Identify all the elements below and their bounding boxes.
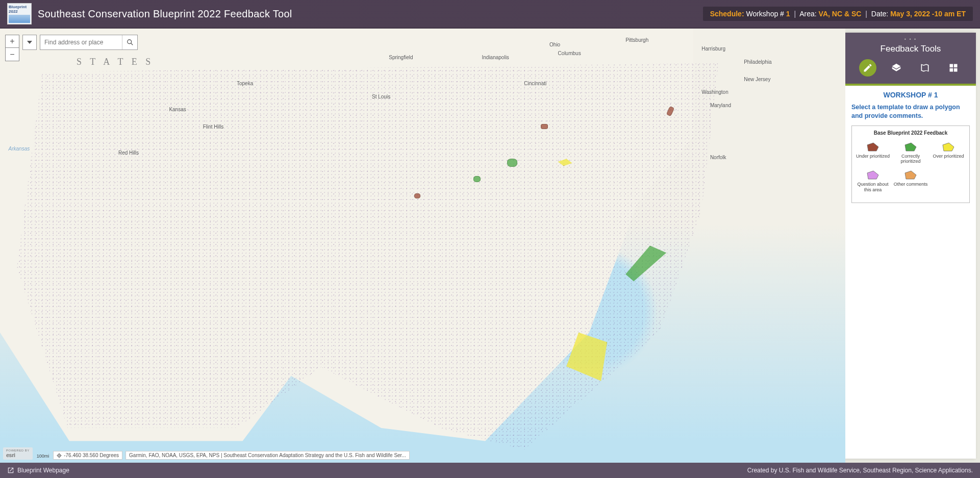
layers-icon bbox=[891, 63, 901, 73]
svg-marker-12 bbox=[943, 143, 954, 151]
footer-link-label: Blueprint Webpage bbox=[17, 467, 69, 474]
map[interactable]: S T A T E S Springfield Indianapolis Ohi… bbox=[0, 29, 845, 463]
svg-marker-13 bbox=[867, 171, 878, 179]
feedback-polygon-under-prioritized[interactable] bbox=[414, 193, 420, 198]
panel-instruction: Select a template to draw a polygon and … bbox=[851, 103, 970, 120]
template-item[interactable]: Under prioritized bbox=[854, 140, 892, 168]
city-label: Pittsburgh bbox=[625, 37, 648, 43]
schedule-label: Schedule: bbox=[710, 10, 744, 18]
polygon-icon bbox=[866, 170, 880, 180]
coordinate-text: -76.460 38.560 Degrees bbox=[64, 452, 119, 458]
layers-tool-button[interactable] bbox=[888, 59, 905, 77]
logo-text: Blueprint 2022 bbox=[9, 5, 30, 14]
city-label: Indianapolis bbox=[482, 55, 509, 60]
feedback-polygon-correctly-prioritized[interactable] bbox=[473, 176, 481, 182]
city-label: Ohio bbox=[549, 42, 560, 47]
workshop-label: Workshop # bbox=[746, 10, 784, 18]
separator: | bbox=[794, 10, 796, 18]
attribution-text: Garmin, FAO, NOAA, USGS, EPA, NPS | Sout… bbox=[125, 451, 410, 460]
svg-marker-10 bbox=[867, 143, 878, 151]
map-attribution-bar: POWERED BY esri 100mi -76.460 38.560 Deg… bbox=[3, 447, 410, 460]
svg-point-1 bbox=[127, 40, 131, 44]
city-label: Springfield bbox=[389, 55, 413, 60]
zoom-in-button[interactable]: + bbox=[5, 35, 19, 48]
search-box bbox=[40, 35, 138, 50]
template-item[interactable]: Other comments bbox=[892, 168, 929, 196]
grid-tool-button[interactable] bbox=[945, 59, 962, 77]
workshop-heading: WORKSHOP # 1 bbox=[851, 91, 970, 99]
city-label: Harrisburg bbox=[701, 46, 725, 52]
template-label: Over prioritized bbox=[933, 154, 964, 159]
polygon-icon bbox=[904, 170, 917, 180]
river-label: Arkansas bbox=[9, 146, 30, 152]
svg-rect-6 bbox=[950, 64, 953, 68]
map-icon bbox=[920, 63, 930, 73]
zoom-control: + − bbox=[5, 35, 19, 61]
feedback-polygon-correctly-prioritized[interactable] bbox=[507, 159, 517, 167]
pencil-icon bbox=[863, 63, 873, 73]
city-label: Red Hills bbox=[118, 150, 139, 156]
basemap-dropdown-button[interactable] bbox=[22, 35, 37, 50]
panel-body: WORKSHOP # 1 Select a template to draw a… bbox=[845, 86, 976, 459]
polygon-icon bbox=[942, 142, 955, 152]
city-label: Norfolk bbox=[710, 155, 726, 160]
coordinate-readout[interactable]: -76.460 38.560 Degrees bbox=[53, 451, 122, 460]
target-icon bbox=[57, 453, 62, 458]
template-label: Other comments bbox=[894, 182, 928, 187]
search-icon bbox=[127, 39, 134, 46]
city-label: Columbus bbox=[558, 51, 581, 56]
tool-row bbox=[848, 59, 973, 77]
city-label: Flint Hills bbox=[203, 124, 224, 130]
esri-logo: POWERED BY esri bbox=[3, 447, 33, 460]
polygon-icon bbox=[866, 142, 880, 152]
scale-bar: 100mi bbox=[36, 452, 51, 460]
template-item[interactable]: Question about this area bbox=[854, 168, 892, 196]
city-label: Maryland bbox=[710, 103, 731, 108]
city-label: St Louis bbox=[372, 94, 390, 99]
app-header: Blueprint 2022 Southeast Conservation Bl… bbox=[0, 0, 980, 29]
main-area: S T A T E S Springfield Indianapolis Ohi… bbox=[0, 29, 980, 463]
svg-marker-14 bbox=[905, 171, 916, 179]
feedback-polygon-under-prioritized[interactable] bbox=[541, 124, 548, 129]
app-logo: Blueprint 2022 bbox=[7, 3, 32, 24]
logo-graphic bbox=[9, 15, 30, 23]
panel-header: • • • Feedback Tools bbox=[845, 33, 976, 84]
search-button[interactable] bbox=[122, 35, 137, 49]
app-footer: Blueprint Webpage Created by U.S. Fish a… bbox=[0, 463, 980, 478]
template-group-title: Base Blueprint 2022 Feedback bbox=[854, 130, 967, 136]
polygon-icon bbox=[904, 142, 917, 152]
svg-rect-7 bbox=[954, 64, 958, 68]
app-title: Southeast Conservation Blueprint 2022 Fe… bbox=[38, 8, 292, 20]
template-item[interactable]: Correctly prioritized bbox=[892, 140, 929, 168]
search-input[interactable] bbox=[40, 35, 122, 49]
date-value: May 3, 2022 -10 am ET bbox=[890, 10, 966, 18]
schedule-bar: Schedule: Workshop # 1 | Area: VA, NC & … bbox=[703, 7, 973, 21]
city-label: Kansas bbox=[169, 107, 186, 112]
svg-marker-0 bbox=[27, 41, 32, 44]
city-label: New Jersey bbox=[744, 77, 770, 82]
esri-text: esri bbox=[6, 452, 15, 458]
blueprint-webpage-link[interactable]: Blueprint Webpage bbox=[7, 467, 69, 474]
map-controls: + − bbox=[5, 35, 138, 61]
footer-credit: Created by U.S. Fish and Wildlife Servic… bbox=[747, 467, 973, 474]
city-label: Cincinnati bbox=[524, 81, 546, 86]
separator: | bbox=[865, 10, 867, 18]
date-label: Date: bbox=[871, 10, 888, 18]
template-label: Question about this area bbox=[856, 182, 890, 192]
template-label: Under prioritized bbox=[856, 154, 890, 159]
drag-handle-icon[interactable]: • • • bbox=[848, 38, 973, 41]
chevron-down-icon bbox=[27, 41, 32, 44]
area-value: VA, NC & SC bbox=[819, 10, 862, 18]
zoom-out-button[interactable]: − bbox=[5, 48, 19, 61]
city-label: Topeka bbox=[237, 81, 253, 86]
workshop-number: 1 bbox=[786, 10, 790, 18]
feedback-panel: • • • Feedback Tools WORKSHOP # 1 Sel bbox=[845, 33, 976, 459]
city-label: Washington bbox=[701, 89, 728, 95]
template-item[interactable]: Over prioritized bbox=[929, 140, 967, 168]
svg-rect-9 bbox=[954, 68, 958, 72]
template-picker: Base Blueprint 2022 Feedback Under prior… bbox=[851, 125, 970, 203]
basemap-tool-button[interactable] bbox=[916, 59, 934, 77]
template-grid: Under prioritizedCorrectly prioritizedOv… bbox=[854, 140, 967, 196]
external-link-icon bbox=[7, 467, 14, 474]
draw-tool-button[interactable] bbox=[859, 59, 876, 77]
